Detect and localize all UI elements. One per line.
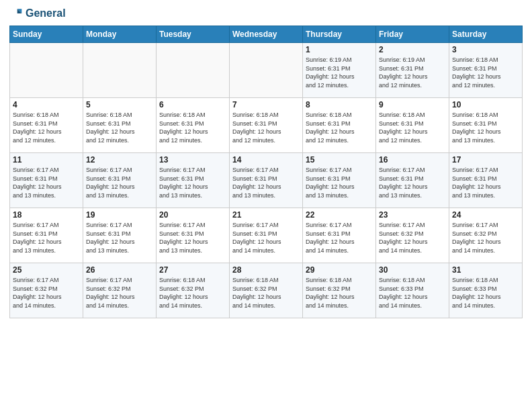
day-info: Sunrise: 6:18 AM Sunset: 6:31 PM Dayligh… [232, 111, 300, 144]
calendar-cell: 9Sunrise: 6:18 AM Sunset: 6:31 PM Daylig… [376, 98, 449, 153]
day-info: Sunrise: 6:17 AM Sunset: 6:31 PM Dayligh… [232, 221, 300, 255]
day-number: 30 [379, 265, 446, 275]
day-number: 3 [452, 45, 519, 54]
weekday-header: Friday [376, 26, 449, 43]
calendar-cell [230, 43, 303, 98]
day-number: 6 [159, 100, 226, 109]
calendar-cell: 1Sunrise: 6:19 AM Sunset: 6:31 PM Daylig… [303, 43, 376, 98]
calendar-cell: 4Sunrise: 6:18 AM Sunset: 6:31 PM Daylig… [10, 98, 83, 153]
day-info: Sunrise: 6:18 AM Sunset: 6:32 PM Dayligh… [306, 276, 373, 310]
day-info: Sunrise: 6:17 AM Sunset: 6:32 PM Dayligh… [13, 276, 80, 310]
day-info: Sunrise: 6:18 AM Sunset: 6:31 PM Dayligh… [13, 111, 80, 144]
day-info: Sunrise: 6:17 AM Sunset: 6:31 PM Dayligh… [306, 166, 373, 199]
day-info: Sunrise: 6:17 AM Sunset: 6:31 PM Dayligh… [452, 166, 519, 199]
day-info: Sunrise: 6:17 AM Sunset: 6:31 PM Dayligh… [379, 166, 446, 199]
calendar-cell: 18Sunrise: 6:17 AM Sunset: 6:31 PM Dayli… [10, 208, 83, 263]
weekday-header: Wednesday [230, 26, 303, 43]
calendar-cell: 12Sunrise: 6:17 AM Sunset: 6:31 PM Dayli… [83, 153, 157, 208]
calendar-cell [83, 43, 157, 98]
calendar-cell: 15Sunrise: 6:17 AM Sunset: 6:31 PM Dayli… [303, 153, 376, 208]
calendar-cell: 17Sunrise: 6:17 AM Sunset: 6:31 PM Dayli… [449, 153, 523, 208]
calendar-cell: 28Sunrise: 6:18 AM Sunset: 6:32 PM Dayli… [230, 263, 303, 318]
day-number: 13 [159, 155, 226, 165]
day-number: 26 [86, 265, 153, 275]
calendar-cell: 23Sunrise: 6:17 AM Sunset: 6:32 PM Dayli… [376, 208, 449, 263]
calendar-week-row: 1Sunrise: 6:19 AM Sunset: 6:31 PM Daylig… [10, 43, 523, 98]
logo: General [9, 7, 66, 20]
calendar-cell: 10Sunrise: 6:18 AM Sunset: 6:31 PM Dayli… [449, 98, 523, 153]
calendar-cell: 3Sunrise: 6:18 AM Sunset: 6:31 PM Daylig… [449, 43, 523, 98]
day-info: Sunrise: 6:18 AM Sunset: 6:32 PM Dayligh… [159, 276, 226, 310]
day-number: 25 [13, 265, 80, 275]
day-info: Sunrise: 6:17 AM Sunset: 6:31 PM Dayligh… [86, 221, 153, 255]
calendar-cell: 6Sunrise: 6:18 AM Sunset: 6:31 PM Daylig… [157, 98, 230, 153]
calendar-cell: 30Sunrise: 6:18 AM Sunset: 6:33 PM Dayli… [376, 263, 449, 318]
day-number: 23 [379, 210, 446, 220]
day-number: 2 [379, 45, 446, 54]
calendar-cell: 21Sunrise: 6:17 AM Sunset: 6:31 PM Dayli… [230, 208, 303, 263]
calendar-cell: 8Sunrise: 6:18 AM Sunset: 6:31 PM Daylig… [303, 98, 376, 153]
day-number: 22 [306, 210, 373, 220]
weekday-header: Monday [83, 26, 157, 43]
day-info: Sunrise: 6:18 AM Sunset: 6:31 PM Dayligh… [452, 111, 519, 144]
weekday-header: Thursday [303, 26, 376, 43]
calendar-cell: 31Sunrise: 6:18 AM Sunset: 6:33 PM Dayli… [449, 263, 523, 318]
day-number: 10 [452, 100, 519, 109]
day-number: 7 [232, 100, 300, 109]
day-number: 27 [159, 265, 226, 275]
calendar-cell: 27Sunrise: 6:18 AM Sunset: 6:32 PM Dayli… [157, 263, 230, 318]
day-number: 19 [86, 210, 153, 220]
weekday-header: Tuesday [157, 26, 230, 43]
day-info: Sunrise: 6:18 AM Sunset: 6:33 PM Dayligh… [452, 276, 519, 310]
calendar-week-row: 11Sunrise: 6:17 AM Sunset: 6:31 PM Dayli… [10, 153, 523, 208]
day-info: Sunrise: 6:17 AM Sunset: 6:31 PM Dayligh… [232, 166, 300, 199]
day-number: 29 [306, 265, 373, 275]
page: General SundayMondayTuesdayWednesdayThur… [0, 0, 532, 411]
calendar-cell: 13Sunrise: 6:17 AM Sunset: 6:31 PM Dayli… [157, 153, 230, 208]
day-number: 14 [232, 155, 300, 165]
calendar-cell: 5Sunrise: 6:18 AM Sunset: 6:31 PM Daylig… [83, 98, 157, 153]
day-info: Sunrise: 6:17 AM Sunset: 6:32 PM Dayligh… [452, 221, 519, 255]
logo-text: General [26, 7, 66, 19]
calendar-cell: 24Sunrise: 6:17 AM Sunset: 6:32 PM Dayli… [449, 208, 523, 263]
calendar-header-row: SundayMondayTuesdayWednesdayThursdayFrid… [10, 26, 523, 43]
day-info: Sunrise: 6:19 AM Sunset: 6:31 PM Dayligh… [379, 56, 446, 89]
day-number: 24 [452, 210, 519, 220]
logo-icon [9, 7, 23, 20]
weekday-header: Saturday [449, 26, 523, 43]
calendar-cell: 25Sunrise: 6:17 AM Sunset: 6:32 PM Dayli… [10, 263, 83, 318]
calendar-cell [10, 43, 83, 98]
calendar-cell: 26Sunrise: 6:17 AM Sunset: 6:32 PM Dayli… [83, 263, 157, 318]
day-info: Sunrise: 6:18 AM Sunset: 6:31 PM Dayligh… [159, 111, 226, 144]
calendar-cell: 29Sunrise: 6:18 AM Sunset: 6:32 PM Dayli… [303, 263, 376, 318]
day-number: 5 [86, 100, 153, 109]
day-info: Sunrise: 6:17 AM Sunset: 6:31 PM Dayligh… [86, 166, 153, 199]
day-info: Sunrise: 6:19 AM Sunset: 6:31 PM Dayligh… [306, 56, 373, 89]
calendar-cell: 11Sunrise: 6:17 AM Sunset: 6:31 PM Dayli… [10, 153, 83, 208]
calendar-week-row: 4Sunrise: 6:18 AM Sunset: 6:31 PM Daylig… [10, 98, 523, 153]
day-info: Sunrise: 6:17 AM Sunset: 6:31 PM Dayligh… [13, 221, 80, 255]
day-number: 28 [232, 265, 300, 275]
day-number: 17 [452, 155, 519, 165]
day-info: Sunrise: 6:18 AM Sunset: 6:33 PM Dayligh… [379, 276, 446, 310]
calendar-cell [157, 43, 230, 98]
calendar-cell: 22Sunrise: 6:17 AM Sunset: 6:31 PM Dayli… [303, 208, 376, 263]
day-number: 4 [13, 100, 80, 109]
day-number: 11 [13, 155, 80, 165]
day-info: Sunrise: 6:18 AM Sunset: 6:31 PM Dayligh… [379, 111, 446, 144]
day-info: Sunrise: 6:18 AM Sunset: 6:31 PM Dayligh… [306, 111, 373, 144]
day-info: Sunrise: 6:18 AM Sunset: 6:31 PM Dayligh… [86, 111, 153, 144]
day-number: 16 [379, 155, 446, 165]
day-info: Sunrise: 6:17 AM Sunset: 6:31 PM Dayligh… [159, 221, 226, 255]
day-number: 9 [379, 100, 446, 109]
day-number: 15 [306, 155, 373, 165]
calendar-week-row: 18Sunrise: 6:17 AM Sunset: 6:31 PM Dayli… [10, 208, 523, 263]
calendar-cell: 16Sunrise: 6:17 AM Sunset: 6:31 PM Dayli… [376, 153, 449, 208]
day-info: Sunrise: 6:17 AM Sunset: 6:31 PM Dayligh… [13, 166, 80, 199]
day-number: 12 [86, 155, 153, 165]
day-number: 18 [13, 210, 80, 220]
day-number: 1 [306, 45, 373, 54]
day-info: Sunrise: 6:17 AM Sunset: 6:32 PM Dayligh… [379, 221, 446, 255]
calendar-cell: 14Sunrise: 6:17 AM Sunset: 6:31 PM Dayli… [230, 153, 303, 208]
calendar-cell: 19Sunrise: 6:17 AM Sunset: 6:31 PM Dayli… [83, 208, 157, 263]
